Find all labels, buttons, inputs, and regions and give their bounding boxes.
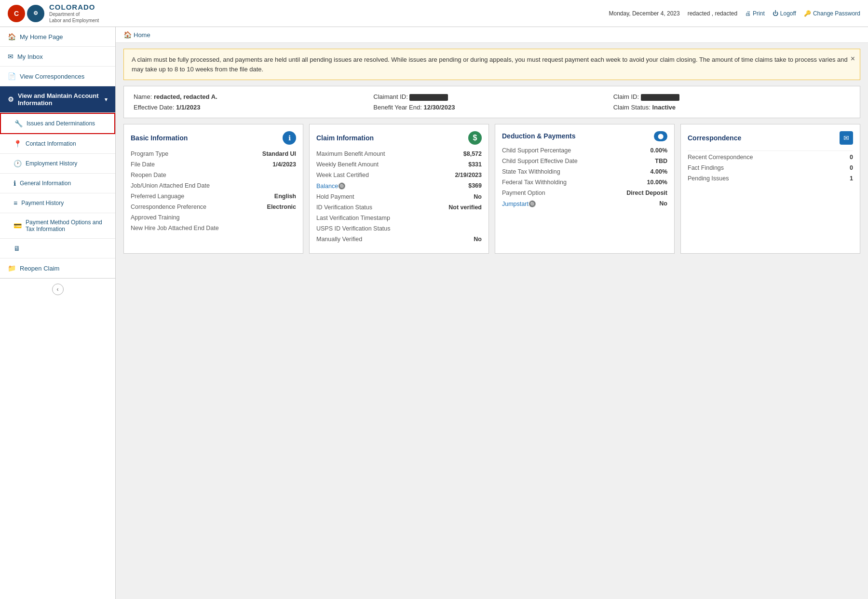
wrench-icon: 🔧: [14, 120, 23, 127]
basic-new-hire-row: New Hire Job Attached End Date: [131, 225, 296, 231]
deduction-child-support-date-row: Child Support Effective Date TBD: [502, 158, 667, 164]
claimant-id-row: Claimant ID:: [373, 93, 610, 101]
logo-sub1: Department of: [49, 11, 99, 17]
folder-icon: 📁: [8, 264, 16, 272]
pin-icon: 📍: [14, 140, 22, 148]
effective-date-value: 1/1/2023: [176, 104, 201, 111]
claim-manually-verified-label: Manually Verified: [316, 236, 470, 243]
inbox-icon: ✉: [8, 53, 14, 60]
dollar-icon: $: [468, 131, 482, 145]
basic-new-hire-label: New Hire Job Attached End Date: [131, 225, 292, 231]
correspondence-fact-findings-value: 0: [850, 164, 853, 171]
correspondence-pending-issues-value: 1: [850, 175, 853, 182]
claim-weekly-benefit-label: Weekly Benefit Amount: [316, 161, 464, 168]
sidebar-label-my-home-page: My Home Page: [20, 33, 63, 41]
logo-sub2: Labor and Employment: [49, 17, 99, 24]
claim-id-label: Claim ID:: [613, 93, 639, 100]
deduction-child-support-date-value: TBD: [655, 158, 667, 164]
balance-link[interactable]: Balance: [316, 183, 338, 190]
claim-status-row: Claim Status: Inactive: [613, 104, 850, 111]
sidebar-item-payment-history[interactable]: ≡ Payment History: [0, 193, 115, 213]
alert-close-button[interactable]: ×: [851, 53, 855, 65]
logoff-button[interactable]: ⏻ Logoff: [773, 10, 796, 17]
toggle-icon: ⬤: [654, 131, 667, 141]
claim-id-verify-value: Not verified: [448, 204, 482, 211]
logo-icon-red: C: [8, 5, 25, 22]
logo: C ⚙ COLORADO Department of Labor and Emp…: [8, 3, 99, 24]
print-button[interactable]: 🖨 Print: [745, 10, 765, 17]
correspondence-divider: [688, 150, 853, 151]
basic-program-type-label: Program Type: [131, 150, 258, 157]
power-icon: ⏻: [773, 10, 778, 17]
collapse-icon: ‹: [52, 284, 64, 295]
claim-info-card-header: Claim Information $: [316, 131, 482, 145]
sidebar-item-general-information[interactable]: ℹ General Information: [0, 174, 115, 193]
deduction-payments-card: Deduction & Payments ⬤ Child Support Per…: [495, 124, 675, 254]
claim-weekly-benefit-value: $331: [468, 161, 482, 168]
basic-lang-value: English: [274, 193, 296, 200]
breadcrumb-home-icon: 🏠: [123, 31, 132, 39]
sidebar-item-issues-determinations[interactable]: 🔧 Issues and Determinations: [0, 113, 115, 134]
basic-file-date-value: 1/4/2023: [272, 161, 296, 168]
deduction-child-support-pct-label: Child Support Percentage: [502, 147, 647, 154]
correspondence-recent-value: 0: [850, 154, 853, 161]
deduction-payments-card-header: Deduction & Payments ⬤: [502, 131, 667, 141]
sidebar-collapse-button[interactable]: ‹: [0, 278, 115, 300]
claim-id-verify-row: ID Verification Status Not verified: [316, 204, 482, 211]
claim-balance-value: $369: [468, 182, 482, 189]
sidebar-item-employment-history[interactable]: 🕐 Employment History: [0, 154, 115, 174]
claim-id-row: Claim ID:: [613, 93, 850, 101]
alert-text: A claim must be fully processed, and pay…: [132, 56, 848, 73]
claim-status-label: Claim Status:: [613, 104, 651, 111]
claim-last-verify-ts-row: Last Verification Timestamp: [316, 215, 482, 221]
deduction-jumpstart-value: No: [659, 200, 667, 207]
header-user: redacted , redacted: [688, 10, 737, 17]
sidebar-item-monitor[interactable]: 🖥: [0, 239, 115, 259]
claim-name-value: redacted, redacted A.: [154, 93, 217, 100]
sidebar-label-employment-history: Employment History: [26, 160, 77, 167]
sidebar-item-contact-info[interactable]: 📍 Contact Information: [0, 134, 115, 154]
deduction-payment-option-value: Direct Deposit: [626, 190, 667, 196]
basic-lang-row: Preferred Language English: [131, 193, 296, 200]
sidebar-label-my-inbox: My Inbox: [17, 53, 43, 60]
logo-text: COLORADO Department of Labor and Employm…: [49, 3, 99, 24]
header-right: Monday, December 4, 2023 redacted , reda…: [609, 10, 860, 17]
correspondence-pending-issues-label: Pending Issues: [688, 175, 846, 182]
deduction-state-tax-row: State Tax Withholding 4.00%: [502, 168, 667, 175]
claim-balance-label: Balance🔘: [316, 182, 464, 190]
info-icon: ℹ: [14, 179, 16, 187]
sidebar-item-payment-method[interactable]: 💳 Payment Method Options and Tax Informa…: [0, 213, 115, 239]
logo-title: COLORADO: [49, 3, 99, 11]
correspondence-title: Correspondence: [688, 134, 741, 142]
sidebar-label-payment-method: Payment Method Options and Tax Informati…: [26, 219, 108, 232]
correspondence-fact-findings-label: Fact Findings: [688, 164, 846, 171]
correspondence-card: Correspondence ✉ Recent Correspondence 0…: [680, 124, 860, 254]
deduction-payment-option-label: Payment Option: [502, 190, 623, 196]
clock-icon: 🕐: [14, 160, 22, 167]
basic-file-date-label: File Date: [131, 161, 269, 168]
breadcrumb-text: Home: [134, 31, 150, 39]
sidebar-item-my-home-page[interactable]: 🏠 My Home Page: [0, 27, 115, 47]
home-icon: 🏠: [8, 33, 16, 41]
correspondence-recent-row: Recent Correspondence 0: [688, 154, 853, 161]
sidebar-label-contact-info: Contact Information: [26, 140, 76, 147]
claim-max-benefit-row: Maximum Benefit Amount $8,572: [316, 150, 482, 157]
benefit-year-label: Benefit Year End:: [373, 104, 421, 111]
change-password-button[interactable]: 🔑 Change Password: [804, 10, 860, 17]
jumpstart-link[interactable]: Jumpstart: [502, 201, 529, 207]
claimant-id-value: [409, 94, 448, 101]
benefit-year-row: Benefit Year End: 12/30/2023: [373, 104, 610, 111]
info-circle-icon: ℹ: [283, 131, 296, 145]
sidebar-item-view-maintain[interactable]: ⚙ View and Maintain Account Information …: [0, 86, 115, 113]
main-layout: 🏠 My Home Page ✉ My Inbox 📄 View Corresp…: [0, 27, 868, 599]
claim-id-value: [641, 94, 679, 101]
claim-week-last-certified-label: Week Last Certified: [316, 172, 451, 178]
claim-week-last-certified-row: Week Last Certified 2/19/2023: [316, 172, 482, 178]
sidebar-item-view-correspondences[interactable]: 📄 View Correspondences: [0, 67, 115, 86]
sidebar-item-reopen-claim[interactable]: 📁 Reopen Claim: [0, 259, 115, 278]
sidebar: 🏠 My Home Page ✉ My Inbox 📄 View Corresp…: [0, 27, 116, 599]
sidebar-item-my-inbox[interactable]: ✉ My Inbox: [0, 47, 115, 67]
logo-icon-blue: ⚙: [27, 5, 44, 22]
basic-reopen-date-label: Reopen Date: [131, 172, 292, 178]
deduction-jumpstart-label: Jumpstart🔘: [502, 200, 655, 207]
